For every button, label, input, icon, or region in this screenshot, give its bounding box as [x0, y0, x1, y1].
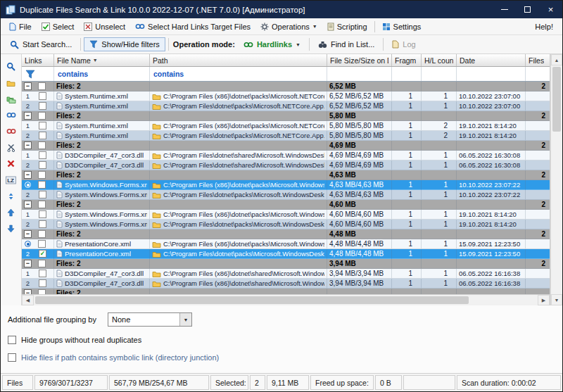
- collapse-expander[interactable]: −: [24, 82, 32, 90]
- menu-settings[interactable]: Settings: [377, 20, 426, 33]
- row-checkbox[interactable]: [39, 270, 46, 277]
- table-row[interactable]: System.Windows.Forms.xmlC:\Program Files…: [22, 180, 550, 190]
- minimize-button[interactable]: [493, 1, 516, 18]
- group-row[interactable]: −Files: 24,48 MB2: [22, 229, 550, 239]
- scroll-left-arrow[interactable]: ◀: [22, 295, 34, 305]
- table-row[interactable]: 2System.Windows.Forms.xmlC:\Program File…: [22, 220, 550, 229]
- row-checkbox[interactable]: [39, 210, 46, 218]
- group-checkbox[interactable]: [38, 201, 46, 208]
- log-button[interactable]: Log: [386, 37, 421, 51]
- collapse-expander[interactable]: −: [24, 289, 32, 294]
- group-row[interactable]: −Files: 24,63 MB2: [22, 170, 550, 180]
- table-row[interactable]: 2D3DCompiler_47_cor3.dllC:\Program Files…: [22, 160, 550, 170]
- menu-scripting[interactable]: Scripting: [322, 20, 372, 33]
- group-row[interactable]: −Files: 25,80 MB2: [22, 111, 550, 121]
- open-folder-icon[interactable]: [4, 77, 18, 89]
- table-row[interactable]: 1System.Windows.Forms.xmlC:\Program File…: [22, 210, 550, 220]
- vscroll-track[interactable]: [551, 65, 562, 294]
- row-checkbox[interactable]: [39, 102, 46, 110]
- hide-symlink-row[interactable]: Hide files if path contains symbolic lin…: [8, 353, 555, 362]
- path-filter[interactable]: contains: [150, 67, 327, 81]
- move-down-icon[interactable]: [4, 222, 18, 234]
- find-in-list-button[interactable]: Find in List...: [312, 37, 380, 51]
- menu-file[interactable]: File: [4, 20, 37, 33]
- row-checkbox[interactable]: [39, 132, 46, 139]
- hide-symlink-checkbox[interactable]: [8, 353, 16, 362]
- menu-select-hard-links-target-files[interactable]: Select Hard Links Target Files: [130, 20, 255, 33]
- row-checkbox[interactable]: [38, 181, 46, 189]
- collapse-expander[interactable]: −: [24, 112, 32, 120]
- column-header-h-l-count[interactable]: H/L count: [422, 54, 457, 66]
- row-checkbox[interactable]: [39, 191, 46, 198]
- column-header-path[interactable]: Path: [150, 54, 327, 66]
- group-row[interactable]: −Files: 24,69 MB2: [22, 141, 550, 151]
- row-checkbox[interactable]: ✓: [39, 250, 46, 258]
- menu-select[interactable]: Select: [37, 20, 80, 33]
- vscroll-thumb[interactable]: [552, 67, 561, 132]
- hscroll-track[interactable]: [34, 295, 538, 305]
- maximize-button[interactable]: [516, 1, 539, 18]
- start-search-button[interactable]: Start Search...: [4, 37, 77, 52]
- table-row[interactable]: 2D3DCompiler_47_cor3.dllC:\Program Files…: [22, 279, 550, 289]
- scroll-down-arrow[interactable]: ▼: [551, 294, 562, 305]
- group-checkbox[interactable]: [38, 82, 46, 90]
- show-hide-filters-button[interactable]: Show/Hide filters: [84, 37, 165, 51]
- row-checkbox[interactable]: [39, 122, 46, 129]
- group-checkbox[interactable]: [38, 289, 46, 294]
- column-header-files[interactable]: Files: [526, 54, 550, 66]
- table-row[interactable]: 1System.Runtime.xmlC:\Program Files (x86…: [22, 91, 550, 101]
- row-checkbox[interactable]: [39, 151, 46, 159]
- collapse-expander[interactable]: −: [24, 171, 32, 179]
- row-checkbox[interactable]: [39, 220, 46, 228]
- table-row[interactable]: 1D3DCompiler_47_cor3.dllC:\Program Files…: [22, 151, 550, 160]
- grouping-select[interactable]: None ▼: [108, 312, 192, 327]
- scroll-right-arrow[interactable]: ▶: [538, 295, 550, 305]
- menu-operations[interactable]: Operations▼: [255, 20, 322, 33]
- group-row[interactable]: −Files: 23,94 MB2: [22, 259, 550, 269]
- sort-icon[interactable]: [4, 190, 18, 202]
- cut-icon[interactable]: [4, 141, 18, 153]
- search-files-icon[interactable]: [4, 61, 18, 72]
- column-header-file-name[interactable]: File Name▼: [54, 54, 150, 66]
- remove-link-icon[interactable]: [4, 125, 18, 137]
- lz-compress-icon[interactable]: LZ: [4, 174, 18, 186]
- hardlink-icon[interactable]: [4, 109, 18, 121]
- operation-mode-select[interactable]: Hardlinks ▼: [238, 37, 306, 51]
- row-checkbox[interactable]: [39, 161, 46, 169]
- row-checkbox[interactable]: [38, 240, 46, 248]
- collapse-expander[interactable]: −: [24, 201, 32, 208]
- row-checkbox[interactable]: [39, 92, 46, 100]
- move-up-icon[interactable]: [4, 206, 18, 218]
- group-checkbox[interactable]: [38, 141, 46, 149]
- filename-filter[interactable]: contains: [54, 67, 150, 81]
- group-row[interactable]: −Files: 2: [22, 289, 550, 294]
- table-row[interactable]: 1System.Runtime.xmlC:\Program Files (x86…: [22, 121, 550, 131]
- table-row[interactable]: 2System.Runtime.xmlC:\Program Files\dotn…: [22, 101, 550, 111]
- column-header-links[interactable]: Links: [22, 54, 54, 66]
- group-row[interactable]: −Files: 26,52 MB2: [22, 82, 550, 91]
- hide-groups-row[interactable]: Hide groups without real duplicates: [8, 336, 555, 344]
- scroll-up-arrow[interactable]: ▲: [551, 54, 562, 65]
- column-header-fragm[interactable]: Fragm: [392, 54, 422, 66]
- hscroll-thumb[interactable]: [35, 296, 469, 304]
- hide-groups-checkbox[interactable]: [8, 336, 16, 344]
- group-checkbox[interactable]: [38, 230, 46, 238]
- table-row[interactable]: 2System.Runtime.xmlC:\Program Files\dotn…: [22, 131, 550, 141]
- delete-icon[interactable]: [4, 158, 18, 170]
- group-checkbox[interactable]: [38, 112, 46, 120]
- column-header-date[interactable]: Date: [457, 54, 526, 66]
- group-row[interactable]: −Files: 24,60 MB2: [22, 200, 550, 210]
- menu-help[interactable]: Help!: [529, 20, 559, 33]
- table-row[interactable]: 2System.Windows.Forms.xmlC:\Program File…: [22, 190, 550, 200]
- vertical-scrollbar[interactable]: ▲ ▼: [550, 54, 562, 305]
- collapse-expander[interactable]: −: [24, 230, 32, 238]
- menu-unselect[interactable]: Unselect: [79, 20, 130, 33]
- table-row[interactable]: 2✓PresentationCore.xmlC:\Program Files\d…: [22, 249, 550, 259]
- close-button[interactable]: ×: [539, 1, 562, 18]
- group-checkbox[interactable]: [38, 260, 46, 267]
- combo-arrow-icon[interactable]: ▼: [179, 313, 191, 326]
- row-checkbox[interactable]: [39, 279, 46, 287]
- column-header-file-size-size-on-disk[interactable]: File Size/Size on Disk: [327, 54, 392, 66]
- table-row[interactable]: PresentationCore.xmlC:\Program Files (x8…: [22, 239, 550, 249]
- collapse-expander[interactable]: −: [24, 260, 32, 267]
